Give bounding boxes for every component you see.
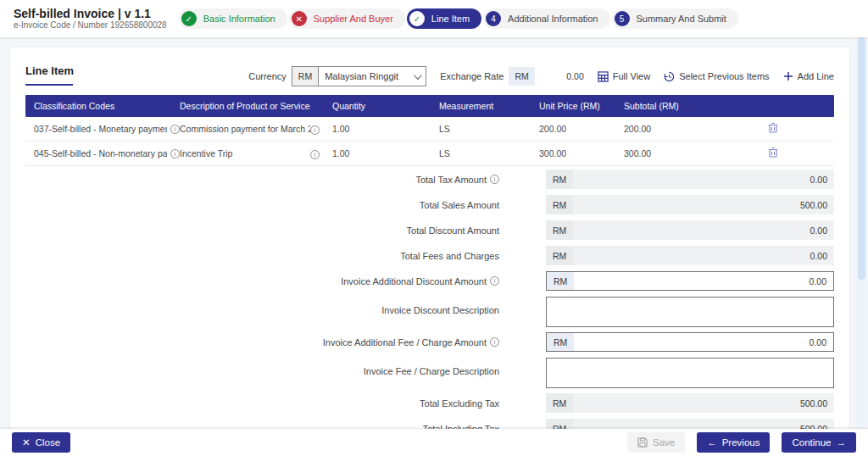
- close-button[interactable]: ✕ Close: [12, 432, 70, 453]
- currency-prefix: RM: [546, 220, 573, 240]
- amount-value: 0.00: [574, 337, 833, 348]
- invoice-fee-description-input[interactable]: [546, 358, 834, 388]
- scrollbar[interactable]: [856, 37, 866, 429]
- total-tax-amount-label: Total Tax Amount: [415, 175, 487, 185]
- arrow-right-icon: →: [837, 437, 847, 448]
- column-header-subtotal: Subtotal (RM): [624, 101, 749, 111]
- currency-select[interactable]: Malaysian Ringgit: [318, 66, 426, 86]
- totals-row: Total Discount Amount RM 0.00: [25, 220, 834, 240]
- totals-row: Total Sales Amount RM 500.00: [25, 195, 834, 214]
- invoice-additional-fee-label: Invoice Additional Fee / Charge Amount: [323, 337, 487, 348]
- delete-row-button[interactable]: [749, 120, 797, 137]
- step-label: Basic Information: [203, 14, 275, 24]
- table-row: 037-Self-billed - Monetary payment to a.…: [25, 117, 834, 142]
- main-content: Line Item Currency RM Malaysian Ringgit …: [0, 37, 868, 429]
- amount-value: 500.00: [573, 200, 834, 210]
- step-additional-information[interactable]: 4 Additional Information: [483, 8, 609, 29]
- cell-unit-price: 300.00: [539, 148, 624, 158]
- line-items-table: Classification Codes Description of Prod…: [25, 95, 834, 166]
- section-underline: [25, 84, 73, 86]
- cell-classification: 037-Self-billed - Monetary payment to a.…: [34, 124, 180, 134]
- column-header-description: Description of Product or Service: [180, 101, 310, 111]
- exchange-rate-label: Exchange Rate: [440, 71, 504, 81]
- previous-button[interactable]: ← Previous: [697, 432, 770, 453]
- stepper: ✓ Basic Information ✕ Supplier And Buyer…: [179, 8, 740, 29]
- total-tax-amount-field: RM 0.00: [546, 170, 834, 189]
- totals-section: Total Tax Amounti RM 0.00 Total Sales Am…: [25, 170, 834, 429]
- info-icon[interactable]: i: [310, 125, 320, 135]
- total-fees-charges-field: RM 0.00: [546, 246, 834, 265]
- section-title-block: Line Item: [25, 59, 74, 86]
- totals-row: Invoice Additional Discount Amounti RM 0…: [25, 271, 834, 291]
- arrow-left-icon: ←: [707, 437, 717, 448]
- totals-row: Total Including Tax RM 500.00: [25, 419, 834, 429]
- invoice-discount-description-input[interactable]: [546, 297, 834, 327]
- cell-quantity: 1.00: [332, 124, 439, 134]
- full-view-button[interactable]: Full View: [598, 71, 650, 82]
- footer-bar: ✕ Close Save ← Previous Continue →: [0, 429, 868, 456]
- info-icon[interactable]: i: [170, 149, 180, 158]
- currency-prefix: RM: [292, 66, 318, 86]
- step-basic-information[interactable]: ✓ Basic Information: [179, 8, 287, 29]
- cell-description: Incentive Trip: [180, 148, 310, 158]
- continue-button[interactable]: Continue →: [782, 432, 856, 453]
- cell-description: Commission payment for March 2025: [180, 124, 310, 134]
- total-excluding-tax-label: Total Excluding Tax: [420, 398, 499, 409]
- close-icon: ✕: [22, 437, 31, 448]
- add-line-button[interactable]: Add Line: [783, 71, 834, 81]
- x-icon: ✕: [292, 11, 307, 26]
- info-icon[interactable]: i: [170, 125, 180, 134]
- invoice-fee-description-label: Invoice Fee / Charge Description: [364, 366, 499, 376]
- delete-row-button[interactable]: [749, 145, 797, 162]
- save-icon: [637, 437, 648, 448]
- totals-row: Total Fees and Charges RM 0.00: [25, 246, 834, 265]
- total-sales-amount-label: Total Sales Amount: [420, 200, 499, 210]
- step-line-item[interactable]: ✓ Line Item: [407, 8, 481, 29]
- table-header-row: Classification Codes Description of Prod…: [25, 95, 834, 117]
- save-button: Save: [627, 432, 685, 453]
- cell-subtotal: 300.00: [624, 148, 749, 158]
- step-number-badge: 4: [486, 11, 501, 26]
- amount-value: 0.00: [573, 175, 834, 185]
- cell-measurement: LS: [439, 148, 539, 158]
- total-discount-amount-field: RM 0.00: [546, 220, 834, 240]
- step-label: Summary And Submit: [637, 14, 726, 24]
- trash-icon: [768, 122, 778, 133]
- save-label: Save: [653, 437, 675, 448]
- exchange-rate-prefix: RM: [509, 67, 534, 86]
- check-icon: ✓: [409, 11, 425, 26]
- total-sales-amount-field: RM 500.00: [546, 195, 834, 214]
- info-icon[interactable]: i: [490, 276, 499, 286]
- step-summary-and-submit[interactable]: 5 Summary And Submit: [612, 8, 738, 29]
- total-excluding-tax-field: RM 500.00: [546, 393, 834, 413]
- line-item-card: Line Item Currency RM Malaysian Ringgit …: [10, 47, 849, 429]
- step-supplier-and-buyer[interactable]: ✕ Supplier And Buyer: [289, 8, 405, 29]
- cell-measurement: LS: [439, 124, 539, 134]
- totals-row: Invoice Discount Description: [25, 297, 834, 327]
- step-label: Line Item: [431, 14, 470, 24]
- currency-prefix: RM: [546, 246, 573, 265]
- continue-label: Continue: [792, 437, 831, 448]
- currency-prefix: RM: [547, 333, 574, 351]
- chevron-down-icon: [414, 71, 422, 80]
- total-fees-charges-label: Total Fees and Charges: [400, 251, 499, 261]
- check-icon: ✓: [181, 11, 197, 26]
- currency-label: Currency: [248, 71, 287, 81]
- previous-label: Previous: [722, 437, 760, 448]
- invoice-additional-fee-input[interactable]: RM 0.00: [546, 332, 834, 352]
- page-title: Self-billed Invoice | v 1.1: [14, 7, 167, 20]
- info-icon[interactable]: i: [490, 175, 499, 184]
- invoice-additional-discount-input[interactable]: RM 0.00: [546, 271, 834, 291]
- total-discount-amount-label: Total Discount Amount: [407, 225, 499, 236]
- select-previous-items-button[interactable]: Select Previous Items: [664, 71, 769, 82]
- info-icon[interactable]: i: [310, 150, 320, 159]
- scrollbar-thumb[interactable]: [858, 37, 865, 280]
- invoice-title-block: Self-billed Invoice | v 1.1 e-Invoice Co…: [14, 7, 167, 31]
- currency-selected-value: Malaysian Ringgit: [325, 71, 398, 81]
- invoice-discount-description-label: Invoice Discount Description: [381, 305, 499, 315]
- totals-row: Total Tax Amounti RM 0.00: [25, 170, 834, 189]
- invoice-code: e-Invoice Code / Number 192658800028: [14, 20, 167, 31]
- info-icon[interactable]: i: [490, 337, 499, 347]
- amount-value: 0.00: [573, 225, 834, 236]
- currency-prefix: RM: [547, 272, 574, 290]
